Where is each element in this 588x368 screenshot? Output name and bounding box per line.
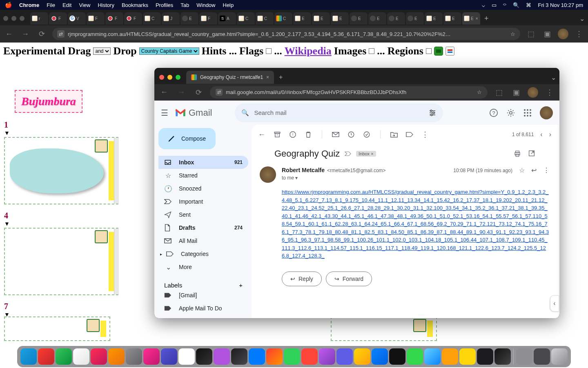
dock-app[interactable] bbox=[214, 348, 230, 365]
dock-app[interactable] bbox=[516, 348, 532, 365]
address-bar[interactable]: ⇄ mail.google.com/mail/u/0/#inbox/FMfcgz… bbox=[210, 86, 488, 99]
sidebar-item-snoozed[interactable]: 🕐Snoozed bbox=[158, 182, 248, 195]
browser-tab[interactable]: F bbox=[199, 12, 217, 25]
dock-app[interactable] bbox=[178, 348, 195, 365]
site-info-icon[interactable]: ⇄ bbox=[216, 89, 223, 96]
menu-edit[interactable]: Edit bbox=[62, 2, 71, 8]
dock-app[interactable] bbox=[534, 348, 550, 365]
gmail-logo[interactable]: Gmail bbox=[175, 108, 212, 118]
more-actions-icon[interactable]: ⋮ bbox=[421, 130, 429, 139]
browser-tab[interactable]: C bbox=[256, 12, 274, 25]
select-conjunction[interactable]: and bbox=[93, 47, 111, 55]
menu-history[interactable]: History bbox=[98, 2, 114, 8]
sender-avatar[interactable] bbox=[260, 166, 276, 183]
dock-app[interactable] bbox=[494, 348, 511, 365]
account-avatar[interactable] bbox=[540, 106, 553, 119]
sidebar-item-sent[interactable]: Sent bbox=[158, 208, 248, 221]
dock-app[interactable] bbox=[389, 348, 405, 365]
browser-tab[interactable]: GV bbox=[68, 12, 86, 25]
forward-button[interactable]: → bbox=[176, 88, 187, 96]
dock-app[interactable] bbox=[284, 348, 300, 365]
control-center-icon[interactable]: ⌘ bbox=[526, 2, 531, 8]
chrome-menu-icon[interactable]: ⋮ bbox=[573, 29, 585, 38]
delete-icon[interactable] bbox=[305, 131, 312, 138]
window-controls[interactable] bbox=[159, 75, 180, 80]
menu-view[interactable]: View bbox=[79, 2, 90, 8]
tab-overflow[interactable]: ⌄ bbox=[551, 74, 556, 81]
country-card[interactable] bbox=[4, 316, 110, 341]
select-game-mode[interactable]: Country Capitals Game bbox=[139, 47, 199, 55]
sidebar-item-starred[interactable]: ☆Starred bbox=[158, 169, 248, 182]
compose-button[interactable]: Compose bbox=[158, 128, 216, 149]
settings-gear-icon[interactable] bbox=[506, 108, 515, 117]
archive-icon[interactable] bbox=[274, 131, 281, 138]
browser-tab[interactable]: E bbox=[406, 12, 424, 25]
bookmark-star-icon[interactable]: ☆ bbox=[510, 31, 515, 37]
dock-app[interactable] bbox=[108, 348, 125, 365]
country-card[interactable]: 1 ▼ bbox=[4, 120, 118, 204]
menu-window[interactable]: Window bbox=[196, 2, 215, 8]
action-button-flag[interactable] bbox=[445, 47, 454, 56]
forward-button[interactable]: → bbox=[20, 30, 31, 38]
dock-app[interactable] bbox=[143, 348, 160, 365]
card-expand-icon[interactable]: ▼ bbox=[4, 220, 118, 227]
popout-icon[interactable] bbox=[528, 150, 535, 157]
browser-tab[interactable]: E bbox=[425, 12, 443, 25]
wifi-icon[interactable]: ⌔ bbox=[503, 2, 506, 8]
dock-app[interactable] bbox=[336, 348, 353, 365]
dock-trash[interactable] bbox=[551, 348, 568, 365]
bookmark-star-icon[interactable]: ☆ bbox=[477, 89, 482, 95]
sidebar-item-inbox[interactable]: Inbox921 bbox=[158, 156, 248, 169]
sidepanel-icon[interactable]: ▣ bbox=[510, 88, 522, 97]
dock-app[interactable] bbox=[372, 348, 388, 365]
dock-app[interactable] bbox=[459, 348, 476, 365]
back-button[interactable]: ← bbox=[3, 30, 15, 38]
snooze-icon[interactable] bbox=[347, 131, 355, 138]
browser-tab[interactable]: E bbox=[443, 12, 461, 25]
browser-tab[interactable]: r bbox=[30, 12, 48, 25]
wikipedia-link[interactable]: Wikipedia bbox=[285, 45, 332, 57]
tab-overflow[interactable]: ⌄ bbox=[579, 15, 585, 22]
checkbox-regions[interactable] bbox=[426, 48, 432, 54]
print-icon[interactable] bbox=[514, 150, 521, 157]
dock-app[interactable] bbox=[56, 348, 72, 365]
important-marker-icon[interactable] bbox=[345, 151, 351, 156]
message-link[interactable]: https://www.rjmprogramming.com.au/HTMLCS… bbox=[282, 189, 549, 259]
mark-unread-icon[interactable] bbox=[332, 132, 339, 137]
browser-tab[interactable]: E bbox=[312, 12, 330, 25]
side-panel-toggle[interactable]: ‹ bbox=[550, 295, 559, 312]
dock-app-finder[interactable] bbox=[20, 348, 37, 365]
browser-tab-active[interactable]: Geography Quiz - rmetcalfe1 × bbox=[186, 71, 274, 84]
address-bar[interactable]: ⇄ rjmprogramming.com.au/HTMLCSS/gradual_… bbox=[52, 28, 520, 40]
browser-tab[interactable]: E bbox=[368, 12, 386, 25]
browser-tab[interactable]: E bbox=[331, 12, 349, 25]
prev-message-icon[interactable]: ‹ bbox=[540, 131, 542, 138]
bluetooth-icon[interactable]: ⌵ bbox=[482, 2, 485, 8]
close-tab-icon[interactable]: × bbox=[266, 74, 269, 80]
extensions-icon[interactable]: ⬚ bbox=[525, 29, 537, 38]
labels-icon[interactable] bbox=[406, 132, 413, 137]
forward-button[interactable]: ↪Forward bbox=[326, 272, 372, 286]
browser-tab[interactable]: E bbox=[180, 12, 198, 25]
new-tab-button[interactable]: + bbox=[484, 14, 489, 23]
menu-profiles[interactable]: Profiles bbox=[156, 2, 173, 8]
extensions-icon[interactable]: ⬚ bbox=[493, 88, 505, 97]
back-to-inbox-icon[interactable]: ← bbox=[258, 130, 265, 139]
sidebar-item-allmail[interactable]: All Mail bbox=[158, 234, 248, 247]
country-card[interactable] bbox=[331, 316, 437, 341]
dock-app[interactable] bbox=[73, 348, 89, 365]
support-icon[interactable]: ? bbox=[489, 108, 498, 117]
browser-tab[interactable]: E bbox=[387, 12, 405, 25]
apple-menu[interactable]: 🍎 bbox=[5, 2, 12, 8]
menu-tab[interactable]: Tab bbox=[180, 2, 189, 8]
dock-app[interactable] bbox=[266, 348, 283, 365]
note-icon[interactable] bbox=[95, 139, 108, 153]
move-to-icon[interactable] bbox=[390, 131, 398, 138]
dock-app[interactable] bbox=[231, 348, 247, 365]
apps-grid-icon[interactable] bbox=[523, 109, 532, 117]
reply-button[interactable]: ↩Reply bbox=[282, 272, 322, 286]
dock-app[interactable] bbox=[91, 348, 107, 365]
action-button-green[interactable] bbox=[434, 47, 443, 56]
browser-tab-active[interactable]: E× bbox=[462, 12, 480, 25]
search-options-icon[interactable] bbox=[428, 109, 437, 117]
